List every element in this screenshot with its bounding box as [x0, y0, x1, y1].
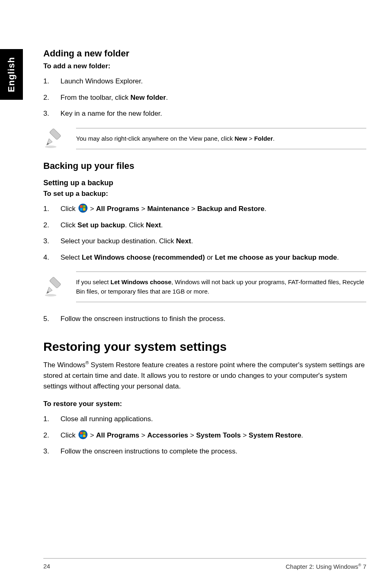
language-tab-label: English: [6, 57, 17, 92]
step-text: Follow the onscreen instructions to comp…: [61, 446, 366, 457]
pencil-icon: [43, 276, 65, 298]
svg-point-0: [45, 146, 56, 148]
step-text: Close all running applications.: [61, 414, 366, 424]
steps-backup: Click > All Programs > Maintenance > Bac…: [43, 204, 366, 263]
windows-start-icon: [78, 204, 87, 213]
step-item: Click Set up backup. Click Next.: [43, 220, 366, 231]
heading-adding-folder: Adding a new folder: [43, 48, 366, 59]
page-content: Adding a new folder To add a new folder:…: [43, 48, 366, 465]
page-footer: 24 Chapter 2: Using Windows® 7: [43, 558, 366, 570]
step-item: From the toolbar, click New folder.: [43, 92, 366, 103]
lead-add-folder: To add a new folder:: [43, 62, 366, 70]
heading-setting-up-backup: Setting up a backup: [43, 179, 366, 187]
step-text: Click Set up backup. Click Next.: [61, 220, 366, 231]
step-text: Follow the onscreen instructions to fini…: [61, 314, 366, 324]
svg-point-9: [45, 294, 56, 296]
step-item: Click > All Programs > Maintenance > Bac…: [43, 204, 366, 214]
step-text: Key in a name for the new folder.: [61, 108, 366, 119]
lead-restore-system: To restore your system:: [43, 400, 366, 408]
steps-add-folder: Launch Windows Explorer. From the toolba…: [43, 76, 366, 119]
note-block: If you select Let Windows choose, Window…: [43, 272, 366, 302]
svg-rect-11: [49, 276, 61, 288]
step-item: Close all running applications.: [43, 414, 366, 424]
page-number: 24: [43, 563, 50, 570]
language-tab: English: [0, 49, 23, 100]
svg-rect-5: [80, 205, 83, 208]
step-item: Follow the onscreen instructions to fini…: [43, 314, 366, 324]
svg-rect-6: [83, 205, 85, 208]
step-text: Launch Windows Explorer.: [61, 76, 366, 87]
svg-rect-16: [80, 435, 83, 437]
heading-backing-up: Backing up your files: [43, 161, 366, 171]
note-text: If you select Let Windows choose, Window…: [76, 272, 366, 302]
step-text: Select Let Windows choose (recommended) …: [61, 252, 366, 263]
windows-start-icon: [78, 430, 87, 439]
step-text: Click > All Programs > Accessories > Sys…: [61, 430, 366, 441]
svg-rect-14: [80, 432, 83, 434]
svg-rect-2: [49, 128, 61, 140]
svg-rect-7: [80, 208, 83, 211]
svg-rect-8: [83, 208, 85, 211]
note-block: You may also right-click anywhere on the…: [43, 128, 366, 150]
step-item: Select your backup destination. Click Ne…: [43, 236, 366, 247]
pencil-icon: [43, 128, 65, 149]
note-text: You may also right-click anywhere on the…: [76, 128, 366, 150]
chapter-label: Chapter 2: Using Windows® 7: [286, 563, 366, 570]
steps-restore: Close all running applications. Click > …: [43, 414, 366, 457]
step-text: Select your backup destination. Click Ne…: [61, 236, 366, 247]
restoring-intro: The Windows® System Restore feature crea…: [43, 359, 366, 392]
step-item: Select Let Windows choose (recommended) …: [43, 252, 366, 263]
step-text: Click > All Programs > Maintenance > Bac…: [61, 204, 366, 214]
step-text: From the toolbar, click New folder.: [61, 92, 366, 103]
heading-restoring: Restoring your system settings: [43, 340, 366, 354]
svg-rect-17: [83, 435, 85, 437]
step-item: Launch Windows Explorer.: [43, 76, 366, 87]
steps-backup-continued: Follow the onscreen instructions to fini…: [43, 314, 366, 324]
step-item: Click > All Programs > Accessories > Sys…: [43, 430, 366, 441]
svg-rect-15: [83, 432, 85, 434]
step-item: Follow the onscreen instructions to comp…: [43, 446, 366, 457]
step-item: Key in a name for the new folder.: [43, 108, 366, 119]
lead-setup-backup: To set up a backup:: [43, 190, 366, 198]
